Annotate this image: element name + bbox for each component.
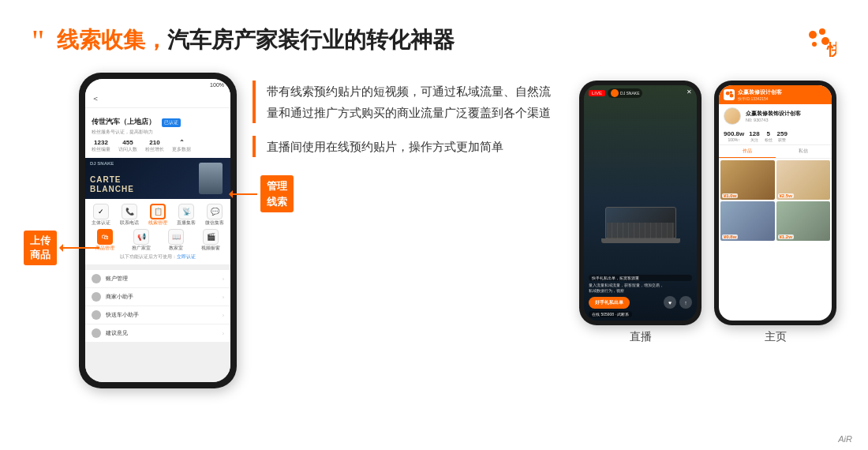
auth-notice: 以下功能认证后方可使用：立即认证 — [87, 253, 229, 261]
upload-label: 上传 商品 — [24, 231, 99, 265]
manage-arrow-icon — [230, 193, 257, 195]
list-item-car-assistant[interactable]: 快送车小助手 › — [85, 306, 230, 324]
svg-point-2 — [819, 28, 825, 35]
grid-item-2: ¥2.5w — [776, 160, 831, 200]
video-icon: 🎬 — [203, 229, 219, 245]
menu-item-wechat[interactable]: 💬 微信集客 — [205, 204, 224, 226]
upload-label-box: 上传 商品 — [24, 231, 57, 265]
keyboard-detail — [607, 223, 674, 238]
logo-icon: 快 — [802, 22, 836, 57]
footer: AiR — [838, 434, 852, 444]
leads-icon: 📋 — [150, 204, 166, 219]
home-avatar — [724, 107, 741, 125]
arrow-icon-2: › — [223, 294, 224, 300]
stat-growth: 210 粉丝增长 — [145, 139, 164, 153]
home-user-text: 众赢装修装饰设计创客 N0: 930743 — [746, 110, 827, 122]
home-user-sub: N0: 930743 — [746, 118, 827, 122]
teach-icon: 📖 — [168, 229, 184, 245]
home-grid: ¥1.0w ¥2.5w ¥0.8w ¥1.2w — [719, 159, 832, 242]
live-icon: 📡 — [178, 204, 194, 219]
title-highlight: 线索收集， — [57, 28, 167, 52]
description-section: 带有线索预约贴片的短视频，可通过私域流量、自然流量和通过推广方式购买的商业流量广… — [237, 73, 579, 388]
left-phone-mockup: 100% ＜ 传世汽车（上地店） 已认证 粉丝服务号认证，提高影响力 1232 — [79, 73, 237, 388]
menu-item-promote[interactable]: 📢 推广家室 — [132, 229, 151, 251]
svg-point-4 — [812, 42, 817, 47]
heart-icon: ♥ — [664, 296, 676, 309]
feedback-icon — [92, 328, 101, 338]
store-stats: 1232 粉丝编量 455 访问人数 210 粉丝增长 ⌃ — [92, 139, 224, 153]
title-rest: 汽车房产家装行业的转化神器 — [167, 28, 455, 52]
home-store-id: 快手ID:13342154 — [738, 96, 782, 101]
svg-point-6 — [726, 92, 730, 96]
desc-text-1: 带有线索预约贴片的短视频，可通过私域流量、自然流量和通过推广方式购买的商业流量广… — [267, 81, 556, 123]
menu-row-1: ✓ 主体认证 📞 联系电话 📋 线索管理 📡 — [87, 202, 229, 227]
live-cta-button[interactable]: 好手礼私出单 — [589, 297, 630, 309]
live-username: DJ SNAKE — [620, 91, 639, 96]
right-phones-section: LIVE DJ SNAKE ✕ — [579, 73, 836, 388]
phone-banner: DJ SNAKE CARTEBLANCHE — [85, 158, 230, 199]
stat-more: ⌃ 更多数据 — [172, 139, 191, 153]
wechat-icon: 💬 — [207, 204, 223, 219]
close-icon: ✕ — [687, 88, 692, 98]
home-logo-icon — [724, 89, 735, 100]
list-item-assistant[interactable]: 商家小助手 › — [85, 288, 230, 306]
svg-text:快: 快 — [826, 41, 836, 57]
manage-label-box: 管理线索 — [260, 175, 294, 212]
menu-item-live[interactable]: 📡 直播集客 — [177, 204, 196, 226]
live-user-info: DJ SNAKE — [608, 88, 642, 98]
banner-dj-image — [199, 163, 223, 194]
home-stats-row: 900.8w 100%↑ 128 关注 5 粉丝 259 — [719, 128, 832, 145]
live-label: 直播 — [630, 330, 652, 344]
phone-nav-bar: ＜ — [85, 90, 230, 108]
promote-icon: 📢 — [133, 229, 149, 245]
store-name: 传世汽车（上地店） — [92, 118, 155, 126]
grid-item-4: ¥1.2w — [776, 201, 831, 241]
live-top-left: LIVE DJ SNAKE — [589, 88, 642, 98]
phone-status-bar: 100% — [85, 79, 230, 90]
menu-item-video[interactable]: 🎬 视频橱窗 — [201, 229, 220, 251]
live-phone-wrapper: LIVE DJ SNAKE ✕ — [579, 81, 702, 344]
laptop-keyboard — [601, 238, 680, 243]
live-comment-2: 量入流量私域流量，获客留量，增加交易，私域数据行为，视察 — [589, 283, 692, 293]
live-stats: 在线 505908 · 武断系 — [589, 311, 692, 317]
arrow-icon: › — [223, 276, 224, 282]
stat-fans: 1232 粉丝编量 — [92, 139, 110, 153]
phone-menu: ✓ 主体认证 📞 联系电话 📋 线索管理 📡 — [85, 199, 230, 265]
menu-item-auth[interactable]: ✓ 主体认证 — [92, 204, 110, 226]
banner-title: CARTEBLANCHE — [90, 175, 134, 194]
live-top-bar: LIVE DJ SNAKE ✕ — [584, 85, 697, 101]
goods-icon: 🛍 — [97, 229, 113, 245]
phone-store-info: 传世汽车（上地店） 已认证 粉丝服务号认证，提高影响力 1232 粉丝编量 45… — [85, 108, 230, 158]
menu-item-teach[interactable]: 📖 教家室 — [168, 229, 184, 251]
account-icon — [92, 274, 101, 283]
svg-point-7 — [730, 91, 733, 94]
share-icon: ↑ — [679, 296, 692, 309]
tab-message[interactable]: 私信 — [776, 145, 832, 158]
home-tabs: 作品 私信 — [719, 145, 832, 159]
home-label: 主页 — [765, 330, 787, 344]
phone-icon: 📞 — [122, 204, 137, 219]
content-area: 上传 商品 管理线索 100% ＜ — [0, 65, 868, 388]
home-stat-fans2: 5 粉丝 — [765, 130, 773, 142]
menu-row-2: 🛍 商品管理 📢 推广家室 📖 教家室 🎬 — [87, 227, 229, 253]
arrow-icon-4: › — [223, 331, 224, 336]
live-viewers: 在线 505908 · 武断系 — [589, 311, 632, 317]
page-header: " 线索收集，汽车房产家装行业的转化神器 快 — [0, 0, 868, 65]
home-stat-fans: 900.8w 100%↑ — [724, 130, 744, 142]
list-item-feedback[interactable]: 建议意见 › — [85, 324, 230, 342]
home-stat-follow: 128 关注 — [749, 130, 759, 142]
page-title: 线索收集，汽车房产家装行业的转化神器 — [57, 24, 455, 55]
tab-works[interactable]: 作品 — [719, 145, 776, 158]
left-phone-screen: 100% ＜ 传世汽车（上地店） 已认证 粉丝服务号认证，提高影响力 1232 — [85, 79, 230, 382]
live-phone-screen: LIVE DJ SNAKE ✕ — [584, 85, 697, 321]
manage-label: 管理线索 — [230, 175, 294, 212]
live-comments: 快手礼私出单，拓宽客源重 量入流量私域流量，获客留量，增加交易，私域数据行为，视… — [589, 275, 692, 293]
home-store-header: 众赢装修设计创客 快手ID:13342154 — [738, 88, 782, 101]
menu-item-phone[interactable]: 📞 联系电话 — [120, 204, 139, 226]
list-item-account[interactable]: 账户管理 › — [85, 270, 230, 287]
grid-item-1: ¥1.0w — [720, 160, 775, 200]
svg-point-8 — [730, 94, 734, 98]
air-text: AiR — [838, 434, 852, 444]
menu-item-leads[interactable]: 📋 线索管理 — [148, 204, 167, 226]
banner-dj-text: DJ SNAKE — [90, 161, 114, 166]
